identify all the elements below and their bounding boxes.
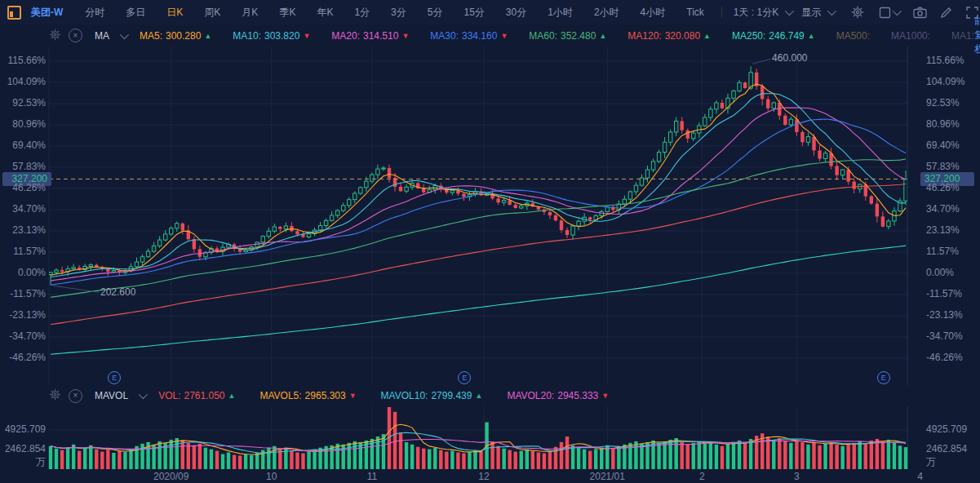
volume-bar (806, 445, 809, 469)
candlestick-chart[interactable] (0, 47, 980, 385)
price-axis-tick: -11.57% (2, 288, 46, 299)
tab-weekly-k[interactable]: 周K (193, 6, 231, 20)
vol-readout: VOL:2761.050▲ (158, 390, 235, 401)
indicator-settings-gear-icon[interactable] (49, 388, 61, 403)
volume-bar (840, 446, 844, 469)
tab-multiday[interactable]: 多日 (115, 6, 156, 20)
volume-bar (560, 442, 563, 469)
display-dropdown[interactable]: 显示 (796, 6, 839, 20)
volume-bar (405, 442, 408, 469)
mavol10-readout: MAVOL10:2799.439▲ (381, 390, 483, 401)
volume-bar (100, 452, 104, 469)
top-toolbar: 美团-W 分时 多日 日K 周K 月K 季K 年K 1分 3分 5分 15分 3… (0, 0, 980, 25)
up-arrow-icon: ▲ (599, 32, 606, 40)
price-axis-tick: 0.00% (2, 267, 46, 278)
volume-bar (210, 450, 213, 469)
volume-bar (738, 441, 741, 469)
screenshot-camera-icon[interactable] (912, 5, 927, 20)
interval-combo[interactable]: 1天 : 1分K (729, 6, 796, 20)
volume-bar (502, 449, 505, 469)
tab-2hour[interactable]: 2小时 (583, 6, 630, 20)
volume-bar (835, 445, 838, 469)
volume-bar (904, 447, 907, 469)
volume-bar (583, 450, 586, 469)
interval-combo-label: 1天 : 1分K (734, 6, 778, 20)
tab-15min[interactable]: 15分 (453, 6, 494, 20)
volume-bar (876, 439, 879, 469)
volume-bar (307, 452, 310, 469)
tab-30min[interactable]: 30分 (495, 6, 537, 20)
layout-selector[interactable] (876, 5, 901, 20)
volume-bar (548, 452, 552, 469)
volume-bar (496, 446, 499, 469)
volume-axis-tick: 2462.854 (0, 443, 46, 454)
volume-bar (255, 453, 259, 469)
volume-bar (313, 450, 316, 469)
volume-bar (416, 447, 419, 469)
down-arrow-icon: ▼ (401, 32, 409, 40)
tab-3min[interactable]: 3分 (380, 6, 417, 20)
indicator-close-icon[interactable]: × (69, 389, 82, 403)
volume-bar (674, 438, 677, 469)
settings-gear-icon[interactable] (850, 5, 865, 20)
ma-indicator-row: × MA MA5:300.280▲ MA10:303.820▼ MA20:314… (0, 24, 980, 47)
volume-bar (692, 443, 695, 469)
indicator-settings-gear-icon[interactable] (49, 29, 61, 43)
volume-bar (795, 441, 798, 469)
volume-bar (749, 439, 752, 469)
tab-1hour[interactable]: 1小时 (537, 6, 583, 20)
volume-bar (520, 451, 523, 469)
volume-bar (588, 451, 592, 469)
volume-chart[interactable] (0, 406, 980, 469)
earnings-event-icon[interactable]: E (877, 371, 890, 384)
tab-yearly-k[interactable]: 年K (306, 6, 344, 20)
display-dropdown-label: 显示 (801, 6, 821, 20)
vol-row-icons: × MAVOL (49, 388, 145, 403)
tab-quarterly-k[interactable]: 季K (268, 6, 306, 20)
price-axis-tick: -46.26% (2, 352, 46, 363)
ma500-readout: MA500: (836, 30, 870, 42)
volume-bar (193, 445, 196, 469)
chevron-down-icon (120, 29, 129, 38)
volume-bar (870, 441, 873, 469)
up-arrow-icon: ▲ (228, 392, 236, 400)
up-arrow-icon: ▲ (808, 32, 815, 40)
volume-bar (301, 454, 304, 469)
price-axis-tick: 23.13% (2, 224, 46, 236)
volume-bar (221, 454, 224, 469)
date-tick-label: 10 (266, 471, 277, 482)
volume-bar (181, 441, 184, 469)
volume-bar (640, 444, 643, 469)
ma-line-MA250 (51, 246, 906, 354)
tab-timeshare[interactable]: 分时 (74, 6, 115, 20)
price-annotation: 202.600 (100, 286, 135, 298)
up-arrow-icon: ▲ (703, 32, 711, 40)
volume-bar (78, 451, 81, 469)
volume-bar (348, 443, 351, 469)
volume-bar (829, 442, 832, 469)
volume-bar (175, 438, 179, 469)
tab-4hour[interactable]: 4小时 (630, 6, 676, 20)
price-axis-tick: 92.53% (2, 97, 46, 109)
volume-bar (433, 448, 437, 469)
indicator-close-icon[interactable]: × (69, 29, 82, 42)
tab-1min[interactable]: 1分 (344, 6, 380, 20)
volume-bar (657, 443, 660, 469)
price-axis-tick: 46.26% (2, 182, 46, 193)
tab-5min[interactable]: 5分 (417, 6, 454, 20)
price-axis-tick: 11.57% (926, 246, 959, 257)
volume-bar (227, 453, 230, 469)
chevron-down-icon (139, 390, 148, 399)
volume-bar (600, 448, 603, 469)
draw-pencil-icon[interactable] (938, 5, 953, 20)
volume-bar (129, 450, 132, 469)
volume-bar (473, 450, 477, 469)
volume-axis-tick: 2462.854 (926, 443, 967, 454)
app-window-icon[interactable] (7, 6, 21, 20)
volume-bar (686, 445, 690, 469)
tab-tick[interactable]: Tick (676, 7, 715, 18)
ma250-readout: MA250:246.749▲ (732, 30, 815, 42)
tab-daily-k[interactable]: 日K (156, 6, 193, 20)
volume-bar (565, 436, 569, 469)
tab-monthly-k[interactable]: 月K (231, 6, 268, 20)
